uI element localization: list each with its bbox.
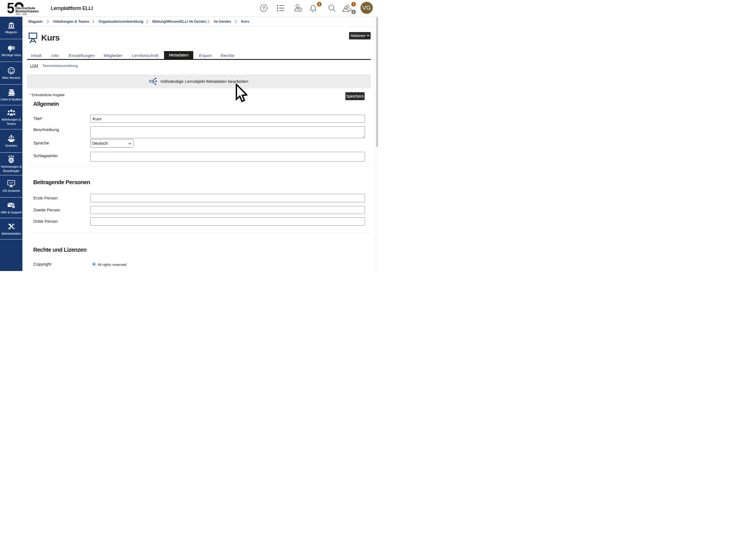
svg-text:!: ! bbox=[299, 8, 301, 11]
svg-text:5: 5 bbox=[7, 2, 14, 16]
svg-text:?: ? bbox=[12, 205, 14, 208]
svg-text:1975 – 2025: 1975 – 2025 bbox=[16, 13, 27, 16]
svg-text:?: ? bbox=[262, 6, 265, 11]
